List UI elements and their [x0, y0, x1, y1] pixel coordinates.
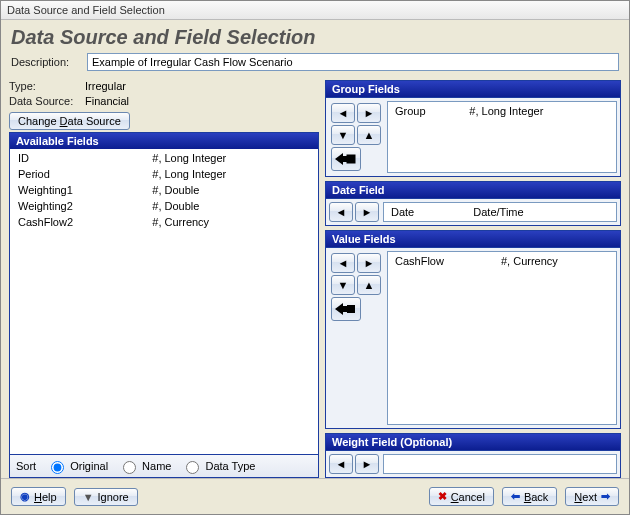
available-fields-list[interactable]: ID#, Long Integer Period#, Long Integer …: [10, 149, 318, 454]
weight-field-header: Weight Field (Optional): [325, 433, 621, 450]
list-item: DateDate/Time: [386, 205, 614, 219]
change-data-source-button[interactable]: Change Data Source: [9, 112, 130, 130]
date-field-header: Date Field: [325, 181, 621, 198]
filter-icon: ▼: [83, 491, 94, 503]
type-label: Type:: [9, 80, 77, 92]
value-remove-button[interactable]: ►: [357, 253, 381, 273]
group-fields-section: Group Fields ◄ ► ▼ ▲: [325, 80, 621, 177]
field-row: Weighting2#, Double: [12, 199, 316, 213]
group-move-up-button[interactable]: ▲: [357, 125, 381, 145]
group-remove-all-button[interactable]: [331, 147, 361, 171]
value-fields-header: Value Fields: [325, 230, 621, 247]
cancel-icon: ✖: [438, 490, 447, 503]
date-add-button[interactable]: ◄: [329, 202, 353, 222]
dialog-window: Data Source and Field Selection Data Sou…: [0, 0, 630, 515]
date-remove-button[interactable]: ►: [355, 202, 379, 222]
next-button[interactable]: Next ➡: [565, 487, 619, 506]
sort-label: Sort: [16, 460, 36, 472]
list-item: CashFlow#, Currency: [390, 254, 614, 268]
available-fields-header: Available Fields: [10, 133, 318, 149]
help-icon: ◉: [20, 490, 30, 503]
data-source-value: Financial: [85, 95, 129, 107]
field-row: ID#, Long Integer: [12, 151, 316, 165]
group-remove-button[interactable]: ►: [357, 103, 381, 123]
weight-field-input[interactable]: [383, 454, 617, 474]
value-fields-section: Value Fields ◄ ► ▼ ▲: [325, 230, 621, 429]
date-field-section: Date Field ◄ ► DateDate/Time: [325, 181, 621, 226]
value-fields-list[interactable]: CashFlow#, Currency: [387, 251, 617, 425]
dialog-footer: ◉ Help ▼ Ignore ✖ Cancel ⬅ Back Next ➡: [1, 478, 629, 514]
weight-remove-button[interactable]: ►: [355, 454, 379, 474]
group-fields-list[interactable]: Group#, Long Integer: [387, 101, 617, 173]
page-title: Data Source and Field Selection: [11, 26, 619, 49]
cancel-button[interactable]: ✖ Cancel: [429, 487, 494, 506]
data-source-label: Data Source:: [9, 95, 77, 107]
window-titlebar: Data Source and Field Selection: [1, 1, 629, 20]
header: Data Source and Field Selection Descript…: [1, 20, 629, 80]
ignore-button[interactable]: ▼ Ignore: [74, 488, 138, 506]
group-fields-header: Group Fields: [325, 80, 621, 97]
svg-rect-2: [347, 305, 355, 313]
svg-rect-0: [347, 155, 355, 163]
description-label: Description:: [11, 56, 79, 68]
weight-add-button[interactable]: ◄: [329, 454, 353, 474]
arrow-right-icon: ➡: [601, 490, 610, 503]
back-button[interactable]: ⬅ Back: [502, 487, 557, 506]
window-title: Data Source and Field Selection: [7, 4, 165, 16]
value-move-down-button[interactable]: ▼: [331, 275, 355, 295]
help-button[interactable]: ◉ Help: [11, 487, 66, 506]
value-move-up-button[interactable]: ▲: [357, 275, 381, 295]
sort-datatype-radio[interactable]: Data Type: [181, 458, 255, 474]
field-row: CashFlow2#, Currency: [12, 215, 316, 229]
group-move-down-button[interactable]: ▼: [331, 125, 355, 145]
value-add-button[interactable]: ◄: [331, 253, 355, 273]
date-field-box[interactable]: DateDate/Time: [383, 202, 617, 222]
sort-original-radio[interactable]: Original: [46, 458, 108, 474]
list-item: Group#, Long Integer: [390, 104, 614, 118]
weight-field-section: Weight Field (Optional) ◄ ►: [325, 433, 621, 478]
sort-bar: Sort Original Name Data Type: [9, 455, 319, 478]
type-value: Irregular: [85, 80, 126, 92]
arrow-left-icon: ⬅: [511, 490, 520, 503]
field-row: Weighting1#, Double: [12, 183, 316, 197]
description-input[interactable]: [87, 53, 619, 71]
sort-name-radio[interactable]: Name: [118, 458, 171, 474]
group-add-button[interactable]: ◄: [331, 103, 355, 123]
value-remove-all-button[interactable]: [331, 297, 361, 321]
field-row: Period#, Long Integer: [12, 167, 316, 181]
